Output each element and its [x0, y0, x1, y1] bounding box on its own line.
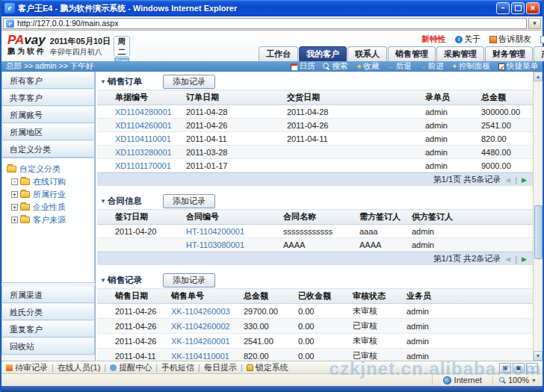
record-link[interactable]: XK-1104110001 [171, 352, 229, 361]
table-cell: 2011-04-28 [183, 105, 284, 119]
about-link[interactable]: i关于 [455, 34, 480, 45]
collapse-arrow-icon[interactable]: ▼ [100, 277, 106, 284]
record-link[interactable]: XK-1104260002 [171, 322, 230, 331]
status-tool-button[interactable]: → [526, 363, 538, 373]
online-users-link[interactable]: 在线人员(1) [58, 362, 100, 373]
zoom-caret-icon: ▼ [531, 378, 537, 383]
table-cell: 2011-04-11 [183, 132, 284, 146]
scrollbar-track[interactable] [534, 81, 543, 351]
record-link[interactable]: XD1101170001 [115, 161, 171, 170]
sms-link[interactable]: 手机短信 [161, 362, 194, 373]
add-record-button[interactable]: 添加记录 [163, 75, 215, 89]
tree-expand-icon[interactable] [11, 217, 18, 223]
vertical-scrollbar[interactable]: ▲ ▼ [533, 72, 543, 361]
sidebar-item-channel[interactable]: 所属渠道 [1, 286, 95, 303]
column-header: 业务员 [404, 289, 533, 304]
tree-item-customer-source[interactable]: 客户来源 [7, 214, 93, 226]
table-row: 2011-04-26XK-110426000329700.000.00未审核ad… [97, 304, 533, 319]
sidebar-item-recycle-bin[interactable]: 回收站 [1, 337, 95, 355]
sidebar-item-account[interactable]: 所属账号 [1, 106, 95, 123]
sidebar-item-custom-category[interactable]: 自定义分类 [1, 140, 95, 158]
table-cell: 330.00 [241, 319, 295, 334]
prev-page-icon[interactable]: ◀ [505, 255, 510, 263]
record-link[interactable]: XK-1104260003 [171, 307, 230, 316]
reminder-center-link[interactable]: 提醒中心 [110, 362, 152, 373]
calendar-button[interactable]: 日历 [291, 61, 315, 72]
tree-expand-icon[interactable] [11, 191, 18, 198]
table-cell: 9000.00 [478, 159, 533, 172]
prev-page-icon[interactable]: ◀ [505, 176, 510, 184]
restore-button[interactable] [511, 2, 525, 14]
zoom-control[interactable]: 100% ▼ [492, 376, 543, 385]
new-features-link[interactable]: 新特性 [421, 34, 446, 45]
tab-contacts[interactable]: 联系人 [347, 46, 387, 61]
date-text: 2011年05月10日 [50, 37, 111, 46]
feedback-link[interactable]: 反馈意见 [540, 34, 544, 45]
table-cell [97, 238, 183, 252]
scroll-up-icon[interactable]: ▲ [534, 72, 543, 81]
forward-button[interactable]: →前进 [419, 61, 443, 72]
table-cell: 已审核 [350, 319, 404, 334]
address-input[interactable]: e http://127.0.0.1:90/main.aspx [3, 18, 527, 29]
sidebar-item-duplicate-customers[interactable]: 重复客户 [1, 320, 95, 337]
daily-tips-link[interactable]: 每日提示 [204, 362, 237, 373]
add-record-button[interactable]: 添加记录 [163, 273, 215, 287]
tell-friend-link[interactable]: 告诉朋友 [489, 34, 531, 45]
status-tool-button[interactable]: ▣ [513, 363, 525, 373]
tab-purchase-mgmt[interactable]: 采购管理 [436, 46, 484, 61]
tab-finance-mgmt[interactable]: 财务管理 [485, 46, 533, 61]
tree-root[interactable]: 自定义分类 [7, 163, 93, 175]
table-cell: 2011-04-26 [284, 119, 422, 132]
close-button[interactable]: × [526, 2, 540, 14]
next-page-icon[interactable]: ▶ [522, 255, 527, 263]
pending-audit-link[interactable]: 待审记录 [6, 362, 48, 373]
record-link[interactable]: HT-1103080001 [186, 240, 244, 249]
calendar-icon [291, 63, 297, 70]
back-button[interactable]: ←后退 [387, 61, 411, 72]
tree-item-enterprise-nature[interactable]: 企业性质 [7, 201, 93, 214]
sidebar-item-shared-customers[interactable]: 共享客户 [1, 89, 95, 106]
folder-icon [20, 204, 30, 211]
sidebar-item-surname-category[interactable]: 姓氏分类 [1, 303, 95, 320]
record-link[interactable]: XD1103280001 [115, 148, 172, 157]
record-link[interactable]: XD1104110001 [115, 134, 171, 143]
tree-item-industry[interactable]: 所属行业 [7, 188, 93, 201]
section-title: 销售记录 [108, 275, 142, 286]
scrollbar-thumb[interactable] [534, 205, 543, 259]
search-button[interactable]: 搜索 [323, 61, 347, 72]
tree-item-online-order[interactable]: 在线订购 [7, 175, 93, 188]
record-link[interactable]: HT-1104200001 [186, 227, 244, 236]
sidebar-item-all-customers[interactable]: 所有客户 [1, 72, 95, 89]
tab-product-mgmt[interactable]: 产品管理 [534, 46, 544, 61]
column-header: 交货日期 [284, 90, 422, 105]
tab-workbench[interactable]: 工作台 [259, 46, 298, 61]
sidebar-item-region[interactable]: 所属地区 [1, 123, 95, 140]
next-page-icon[interactable]: ▶ [522, 176, 527, 184]
minimize-button[interactable]: – [496, 2, 510, 14]
table-cell [284, 159, 422, 172]
tree-collapse-icon[interactable] [11, 178, 18, 185]
scroll-down-icon[interactable]: ▼ [534, 351, 543, 361]
status-tool-button[interactable]: ▣ [499, 363, 511, 373]
favorites-button[interactable]: ★收藏 [356, 61, 379, 72]
tree-expand-icon[interactable] [11, 204, 18, 211]
table-row: XD11011700012011-01-17admin9000.00 [97, 159, 533, 172]
sales-order-section: ▼ 销售订单 添加记录 单据编号订单日期交货日期录单员总金额XD11042800… [97, 73, 533, 186]
record-link[interactable]: XK-1104260001 [171, 337, 230, 346]
record-link[interactable]: XD1104260001 [115, 121, 172, 130]
control-panel-button[interactable]: ✦控制面板 [451, 61, 490, 72]
tab-sales-mgmt[interactable]: 销售管理 [388, 46, 436, 61]
tab-my-customers[interactable]: 我的客户 [299, 46, 347, 61]
collapse-arrow-icon[interactable]: ▼ [100, 198, 106, 205]
sales-order-table: 单据编号订单日期交货日期录单员总金额XD11042800012011-04-28… [97, 90, 533, 172]
column-header: 销售日期 [97, 289, 168, 304]
quick-menu-button[interactable]: 快捷菜单 [498, 61, 538, 72]
address-dropdown-icon[interactable]: ▼ [528, 18, 541, 29]
collapse-arrow-icon[interactable]: ▼ [100, 78, 106, 85]
table-cell: admin [404, 349, 533, 361]
column-header: 销售单号 [168, 289, 241, 304]
table-row: 2011-04-26XK-11042600012541.000.00未审核adm… [97, 334, 533, 349]
record-link[interactable]: XD1104280001 [115, 108, 172, 116]
lock-system-link[interactable]: 锁定系统 [247, 362, 288, 373]
add-record-button[interactable]: 添加记录 [163, 194, 215, 208]
